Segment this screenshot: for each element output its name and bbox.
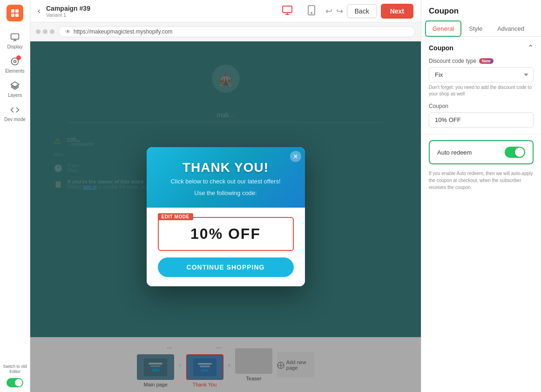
popup-code-label: Use the following code: (158, 189, 294, 196)
svg-rect-4 (11, 34, 19, 40)
browser-dots (36, 29, 54, 34)
undo-button[interactable]: ↩ (325, 6, 332, 16)
old-editor-toggle[interactable] (7, 378, 23, 387)
browser-dot-1 (36, 29, 41, 34)
coupon-field-label: Coupon (429, 103, 534, 109)
browser-dot-3 (50, 29, 54, 34)
code-icon (10, 105, 20, 115)
auto-redeem-toggle[interactable] (505, 147, 525, 158)
coupon-section-title: Coupon (429, 44, 453, 52)
discount-type-select[interactable]: Fix Percentage Free Shipping Custom (429, 67, 534, 82)
main-area: ‹ Campaign #39 Variant 1 ↩ ↪ Back (30, 0, 421, 392)
topbar: ‹ Campaign #39 Variant 1 ↩ ↪ Back (30, 0, 421, 22)
desktop-device-btn[interactable] (279, 2, 296, 20)
tab-style[interactable]: Style (461, 20, 490, 37)
auto-redeem-description: If you enable Auto redeem, then we will … (421, 170, 541, 197)
panel-tabs: General Style Advanced (421, 20, 541, 37)
preview-canvas: 🎪 mak... ⚠ mak... ...unavailable. (30, 41, 421, 392)
display-icon (10, 33, 20, 43)
back-arrow-icon[interactable]: ‹ (38, 6, 41, 16)
browser-url-bar[interactable]: 👁 https://makeupmagictest.myshopify.com (58, 26, 415, 37)
desktop-icon (282, 5, 293, 16)
browser-dot-2 (43, 29, 47, 34)
popup-subtitle: Click below to check out our latest offe… (158, 178, 294, 185)
layers-icon (10, 81, 20, 91)
popup-body: EDIT MODE 10% OFF CONTINUE SHOPPING (147, 208, 305, 286)
browser-url: https://makeupmagictest.myshopify.com (74, 28, 173, 35)
coupon-code-display: 10% OFF (166, 225, 285, 243)
svg-rect-2 (11, 14, 14, 17)
elements-icon (10, 57, 20, 67)
sidebar: Display Elements Layers D (0, 0, 30, 392)
auto-redeem-row: Auto redeem (429, 140, 534, 164)
coupon-input[interactable] (429, 112, 534, 128)
sidebar-item-elements[interactable]: Elements (0, 53, 30, 77)
tab-advanced[interactable]: Advanced (490, 20, 532, 37)
campaign-title: Campaign #39 (46, 5, 273, 12)
sidebar-item-devmode[interactable]: Dev mode (0, 101, 30, 126)
sidebar-item-display[interactable]: Display (0, 29, 30, 53)
back-button[interactable]: Back (347, 4, 377, 18)
sidebar-label-devmode: Dev mode (4, 117, 26, 122)
next-button[interactable]: Next (381, 4, 413, 19)
preview-area: 👁 https://makeupmagictest.myshopify.com … (30, 22, 421, 392)
coupon-box-wrapper: EDIT MODE 10% OFF (158, 217, 294, 251)
eye-icon: 👁 (65, 28, 71, 35)
mobile-device-btn[interactable] (303, 2, 320, 20)
panel-title: Coupon (421, 0, 541, 20)
continue-shopping-button[interactable]: CONTINUE SHOPPING (158, 257, 294, 277)
mobile-icon (306, 5, 317, 16)
topbar-actions: ↩ ↪ Back Next (325, 4, 413, 19)
tab-general[interactable]: General (425, 20, 461, 37)
svg-rect-3 (15, 14, 19, 17)
browser-bar: 👁 https://makeupmagictest.myshopify.com (30, 22, 421, 41)
coupon-box[interactable]: 10% OFF (158, 217, 294, 251)
sidebar-bottom: Switch to old Editor (0, 364, 30, 387)
coupon-section: Coupon ⌃ Discount code type New Fix Perc… (421, 37, 541, 135)
popup-close-button[interactable]: ✕ (290, 151, 301, 162)
new-badge: New (479, 58, 494, 64)
discount-helper-text: Don't forget: you need to add the discou… (429, 84, 534, 97)
svg-point-10 (311, 13, 312, 14)
edit-mode-badge: EDIT MODE (158, 213, 193, 220)
auto-redeem-label: Auto redeem (437, 149, 472, 156)
app-logo[interactable] (7, 5, 23, 21)
campaign-variant: Variant 1 (46, 12, 273, 18)
switch-to-old-label: Switch to old Editor (0, 364, 30, 374)
popup: ✕ THANK YOU! Click below to check out ou… (147, 147, 305, 286)
svg-rect-8 (283, 6, 292, 13)
right-panel: Coupon General Style Advanced Coupon ⌃ D… (421, 0, 541, 392)
coupon-section-header: Coupon ⌃ (429, 43, 534, 52)
popup-title: THANK YOU! (158, 160, 294, 175)
elements-badge (16, 55, 21, 60)
svg-rect-0 (11, 9, 14, 13)
campaign-info: Campaign #39 Variant 1 (46, 5, 273, 18)
discount-type-label: Discount code type New (429, 58, 534, 64)
sidebar-item-layers[interactable]: Layers (0, 77, 30, 101)
popup-header: ✕ THANK YOU! Click below to check out ou… (147, 147, 305, 208)
sidebar-label-elements: Elements (5, 68, 25, 74)
collapse-section-button[interactable]: ⌃ (527, 43, 534, 52)
svg-point-5 (14, 61, 16, 63)
svg-rect-1 (15, 9, 19, 13)
sidebar-label-display: Display (7, 44, 23, 49)
device-switcher (279, 2, 320, 20)
popup-overlay: ✕ THANK YOU! Click below to check out ou… (30, 41, 421, 392)
sidebar-label-layers: Layers (8, 93, 22, 98)
redo-button[interactable]: ↪ (336, 6, 343, 16)
